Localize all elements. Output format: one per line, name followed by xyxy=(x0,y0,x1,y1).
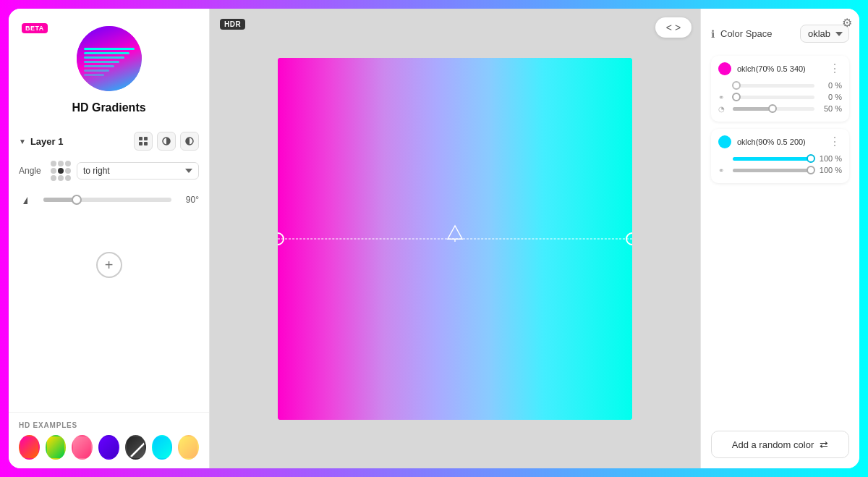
right-panel: ⚙ ℹ Color Space oklab oklch srgb hsl p3 … xyxy=(700,9,859,468)
angle-slider-track[interactable] xyxy=(43,198,171,202)
sidebar: HD Gradients ▼ Layer 1 xyxy=(9,9,210,468)
layer-icons xyxy=(134,132,199,151)
stop-2-value-1: 100 % xyxy=(819,154,842,163)
color-stop-2-more-button[interactable]: ⋮ xyxy=(827,135,842,148)
dot-bc[interactable] xyxy=(58,175,64,181)
example-swatch-7[interactable] xyxy=(178,435,199,460)
stop-1-track-2[interactable] xyxy=(733,96,814,99)
color-dot-1[interactable] xyxy=(718,62,731,75)
angle-row: Angle to right to left to top to b xyxy=(19,161,199,181)
sidebar-content: ▼ Layer 1 xyxy=(9,126,209,412)
stop-2-slider-1: 100 % xyxy=(718,154,842,163)
stop-2-track-1[interactable] xyxy=(733,157,814,161)
stop-2-slider-2: ⚭ 100 % xyxy=(718,166,842,174)
color-stop-1-name: oklch(70% 0.5 340) xyxy=(737,64,822,73)
nav-prev-icon: < xyxy=(666,22,672,33)
examples-section: HD EXAMPLES xyxy=(9,412,209,468)
stop-1-slider-3: ◔ 50 % xyxy=(718,104,842,113)
example-swatch-3[interactable] xyxy=(72,435,93,460)
hdr-badge: HDR xyxy=(220,19,245,30)
example-swatch-4[interactable] xyxy=(98,435,119,460)
info-icon: ℹ xyxy=(711,28,715,40)
color-stop-2-header: oklch(90% 0.5 200) ⋮ xyxy=(718,135,842,148)
dot-tc[interactable] xyxy=(58,161,64,166)
stop-1-slider-1: 0 % xyxy=(718,81,842,90)
example-swatch-1[interactable] xyxy=(19,435,40,460)
nav-next-icon: > xyxy=(675,22,681,33)
svg-rect-0 xyxy=(139,137,142,140)
example-swatch-2[interactable] xyxy=(46,435,67,460)
stop-1-track-1[interactable] xyxy=(733,84,814,88)
beta-badge: BETA xyxy=(22,23,48,33)
example-swatch-5[interactable] xyxy=(125,435,146,460)
stop-1-midpoint-icon: ◔ xyxy=(718,105,728,113)
dot-ml[interactable] xyxy=(51,168,56,174)
stop-2-value-2: 100 % xyxy=(819,166,842,174)
color-dot-2[interactable] xyxy=(718,135,731,148)
color-stop-2-name: oklch(90% 0.5 200) xyxy=(737,138,822,146)
stop-1-track-3[interactable] xyxy=(733,107,814,111)
dot-mc[interactable] xyxy=(58,168,64,174)
color-stop-1: oklch(70% 0.5 340) ⋮ 0 % ⚭ 0 % xyxy=(711,56,849,122)
dot-mr[interactable] xyxy=(65,168,71,174)
examples-row xyxy=(19,435,199,460)
svg-line-6 xyxy=(129,439,146,458)
app-logo xyxy=(77,26,142,91)
stop-1-link-icon: ⚭ xyxy=(718,93,728,101)
grid-view-button[interactable] xyxy=(134,132,153,151)
canvas-area: HDR < > xyxy=(210,9,700,468)
color-space-row: ℹ Color Space oklab oklch srgb hsl p3 xyxy=(711,25,849,43)
shuffle-icon: ⇄ xyxy=(820,439,828,450)
layer-header: ▼ Layer 1 xyxy=(19,132,199,151)
angle-label: Angle xyxy=(19,166,45,176)
stop-2-track-2[interactable] xyxy=(733,169,814,172)
angle-slider-row: 90° xyxy=(19,191,199,208)
logo-lines xyxy=(84,48,135,78)
svg-rect-2 xyxy=(139,142,142,145)
angle-select[interactable]: to right to left to top to bottom xyxy=(77,162,199,180)
color-stop-2: oklch(90% 0.5 200) ⋮ 100 % ⚭ 100 % xyxy=(711,129,849,183)
stop-1-slider-2: ⚭ 0 % xyxy=(718,93,842,101)
layer-label: Layer 1 xyxy=(30,136,64,147)
layer-left: ▼ Layer 1 xyxy=(19,136,63,147)
dot-tr[interactable] xyxy=(65,161,71,166)
stop-2-link-icon: ⚭ xyxy=(718,166,728,174)
example-swatch-6[interactable] xyxy=(152,435,173,460)
layer-collapse-icon[interactable]: ▼ xyxy=(19,138,26,145)
stop-1-value-3: 50 % xyxy=(819,104,842,113)
angle-slider-icon xyxy=(19,191,36,208)
color-stop-1-more-button[interactable]: ⋮ xyxy=(827,62,842,75)
svg-rect-3 xyxy=(144,142,148,145)
add-random-label: Add a random color xyxy=(732,439,814,450)
dot-tl[interactable] xyxy=(51,161,56,166)
examples-label: HD EXAMPLES xyxy=(19,421,199,429)
color-stop-1-header: oklch(70% 0.5 340) ⋮ xyxy=(718,62,842,75)
color-space-label: Color Space xyxy=(720,28,794,39)
svg-rect-1 xyxy=(144,137,148,140)
dot-br[interactable] xyxy=(65,175,71,181)
stop-1-value-2: 0 % xyxy=(819,93,842,101)
contrast-button[interactable] xyxy=(180,132,199,151)
stop-1-value-1: 0 % xyxy=(819,81,842,90)
angle-slider-value: 90° xyxy=(179,195,199,205)
app-title: HD Gradients xyxy=(72,101,145,114)
add-random-color-button[interactable]: Add a random color ⇄ xyxy=(711,431,849,458)
direction-grid[interactable] xyxy=(51,161,71,181)
dot-bl[interactable] xyxy=(51,175,56,181)
add-layer-button[interactable]: + xyxy=(96,252,122,278)
gradient-canvas[interactable] xyxy=(278,58,632,420)
midpoint-handle[interactable] xyxy=(445,224,465,245)
settings-button[interactable]: ⚙ xyxy=(842,16,852,30)
half-circle-button[interactable] xyxy=(157,132,176,151)
nav-arrows-button[interactable]: < > xyxy=(655,17,692,38)
